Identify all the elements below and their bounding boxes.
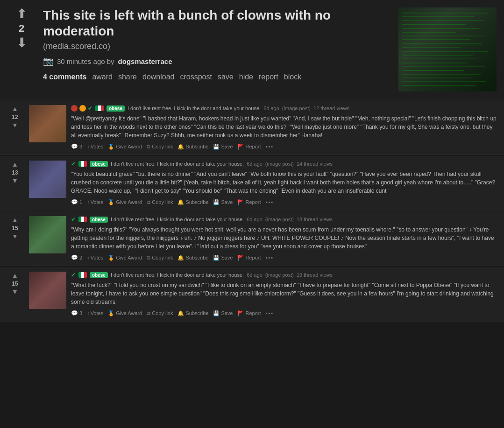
flag-icon: 🚩	[237, 310, 244, 316]
comment-4-more-menu[interactable]: •••	[266, 310, 274, 316]
copy-icon: ⧉	[147, 310, 150, 316]
comment-1-flag[interactable]: 🚩 Report	[237, 144, 261, 150]
comment-2-give-award[interactable]: 🏅 Give Award	[108, 199, 142, 205]
award-icon: 🏅	[108, 144, 114, 150]
comment-4-user-badge[interactable]: obese	[90, 272, 108, 278]
comment-1-badges: ✔	[71, 105, 92, 112]
comment-4-flair: I don't live rent free. I kick in the do…	[111, 272, 244, 278]
save-icon: 💾	[213, 255, 220, 261]
votes-up-icon: ↑	[87, 310, 90, 316]
comment-2-save[interactable]: 💾 Save	[213, 199, 233, 205]
award-link[interactable]: award	[92, 73, 113, 81]
comment-4-flag[interactable]: 🚩 Report	[237, 310, 261, 316]
comment-4-save[interactable]: 💾 Save	[213, 310, 233, 316]
comment-2-user-badge[interactable]: obese	[90, 161, 108, 167]
comment-1-votes-btn[interactable]: ↑ Votes	[87, 144, 103, 149]
comment-2-flag[interactable]: 🚩 Report	[237, 199, 261, 205]
comment-2-upvote[interactable]: ▲	[12, 161, 18, 168]
comment-2-flair: I don't live rent free. I kick in the do…	[111, 161, 244, 167]
comment-1-give-award[interactable]: 🏅 Give Award	[108, 144, 142, 150]
comment-2-type: (image post)	[265, 161, 294, 167]
comment-2-votes-btn[interactable]: ↑ Votes	[87, 199, 103, 205]
votes-up-icon: ↑	[87, 255, 90, 260]
comment-4-votes-btn[interactable]: ↑ Votes	[87, 310, 103, 316]
comment-1-save[interactable]: 💾 Save	[213, 144, 233, 150]
save-link[interactable]: save	[218, 73, 234, 81]
post-author[interactable]: dogsmasterrace	[118, 57, 172, 65]
post-meta: 📷 30 minutes ago by dogsmasterrace	[43, 56, 391, 66]
comment-1-upvote[interactable]: ▲	[12, 105, 18, 113]
comment-3-flag[interactable]: 🚩 Report	[237, 255, 261, 261]
comment-4-type: (image post)	[265, 272, 294, 278]
comment-1-text: "Well @prettyandy it's done" "I bashed t…	[71, 114, 498, 140]
comment-4-score: 15	[12, 281, 18, 287]
comment-4-upvote[interactable]: ▲	[12, 272, 18, 280]
hide-link[interactable]: hide	[239, 73, 253, 81]
comment-1-subscribe[interactable]: 🔔 Subscribe	[177, 144, 208, 150]
comment-3-user-badge[interactable]: obese	[90, 217, 108, 223]
post-domain[interactable]: (media.scored.co)	[43, 42, 391, 51]
comment-3-copy-link[interactable]: ⧉ Copy link	[147, 255, 173, 261]
post-thumbnail[interactable]	[398, 7, 497, 91]
comment-1-vote-col: ▲ 12 ▼	[6, 105, 24, 129]
reply-icon: 💬	[71, 199, 78, 205]
post-title[interactable]: This site is left with a bunch of clowns…	[43, 7, 391, 39]
comment-3-text: "Why am I doing this?" "You always thoug…	[71, 225, 498, 251]
comment-2-subscribe[interactable]: 🔔 Subscribe	[177, 199, 208, 205]
comment-3-more-menu[interactable]: •••	[266, 255, 274, 260]
comment-2-downvote[interactable]: ▼	[12, 177, 18, 185]
comment-1-more-menu[interactable]: •••	[266, 144, 274, 149]
comment-3-badges: ✔	[71, 216, 76, 223]
checkmark-icon: ✔	[88, 105, 92, 112]
comment-item: ▲ 15 ▼ ✔ obese I don't live rent free. I…	[0, 211, 504, 266]
comment-2-time: 6d ago	[247, 161, 263, 167]
comment-3-upvote[interactable]: ▲	[12, 216, 18, 224]
comment-3-views: 18 thread views	[297, 217, 333, 222]
subscribe-icon: 🔔	[177, 255, 184, 261]
comment-2-avatar	[29, 161, 66, 198]
block-link[interactable]: block	[284, 73, 301, 81]
comment-3-type: (image post)	[265, 217, 294, 222]
post-downvote-button[interactable]: ⬇	[16, 36, 27, 49]
comment-1-replies[interactable]: 💬 3	[71, 143, 82, 150]
save-icon: 💾	[213, 199, 220, 205]
comment-1-downvote[interactable]: ▼	[12, 121, 18, 129]
comment-3-votes-btn[interactable]: ↑ Votes	[87, 255, 103, 260]
copy-icon: ⧉	[147, 199, 150, 205]
reply-icon: 💬	[71, 254, 78, 261]
italy-flag-icon	[95, 105, 104, 111]
comment-3-footer: 💬 2 ↑ Votes 🏅 Give Award ⧉ Copy link 🔔	[71, 254, 498, 261]
comment-1-copy-link[interactable]: ⧉ Copy link	[147, 144, 173, 150]
comment-3-save[interactable]: 💾 Save	[213, 255, 233, 261]
comment-2-header: ✔ obese I don't live rent free. I kick i…	[71, 161, 498, 167]
comment-item: ▲ 12 ▼ ✔ obese I don't live rent free. I…	[0, 100, 504, 155]
post-upvote-button[interactable]: ⬆	[16, 7, 27, 21]
comment-4-copy-link[interactable]: ⧉ Copy link	[147, 310, 173, 316]
award-icon: 🏅	[108, 199, 114, 205]
comment-2-copy-link[interactable]: ⧉ Copy link	[147, 199, 173, 205]
comments-link[interactable]: 4 comments	[43, 73, 86, 81]
comment-4-replies[interactable]: 💬 3	[71, 310, 82, 316]
report-link[interactable]: report	[259, 73, 278, 81]
comment-1-time: 6d ago	[263, 105, 279, 111]
comment-3-score: 15	[12, 225, 18, 232]
comment-4-vote-col: ▲ 15 ▼	[6, 272, 24, 296]
comment-4-give-award[interactable]: 🏅 Give Award	[108, 310, 142, 316]
comment-2-badges: ✔	[71, 161, 76, 167]
comment-2-replies[interactable]: 💬 1	[71, 199, 82, 205]
comment-2-more-menu[interactable]: •••	[266, 199, 274, 205]
comment-4-downvote[interactable]: ▼	[12, 288, 18, 296]
crosspost-link[interactable]: crosspost	[180, 73, 212, 81]
comment-2-vote-col: ▲ 13 ▼	[6, 161, 24, 185]
comment-3-give-award[interactable]: 🏅 Give Award	[108, 255, 142, 261]
save-icon: 💾	[213, 144, 220, 150]
comment-3-vote-col: ▲ 15 ▼	[6, 216, 24, 240]
comment-3-subscribe[interactable]: 🔔 Subscribe	[177, 255, 208, 261]
share-link[interactable]: share	[118, 73, 137, 81]
comment-3-replies[interactable]: 💬 2	[71, 254, 82, 261]
comment-1-user-badge[interactable]: obese	[106, 105, 125, 112]
subscribe-icon: 🔔	[177, 199, 184, 205]
download-link[interactable]: download	[142, 73, 175, 81]
comment-4-subscribe[interactable]: 🔔 Subscribe	[177, 310, 208, 316]
comment-3-downvote[interactable]: ▼	[12, 232, 18, 240]
